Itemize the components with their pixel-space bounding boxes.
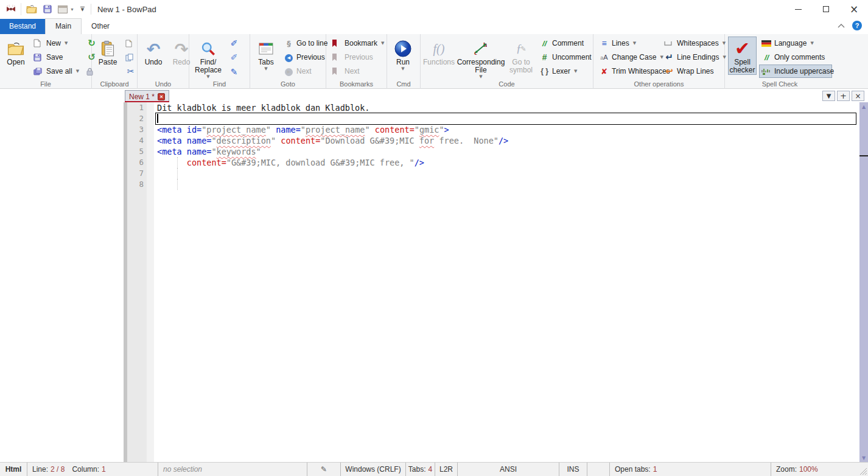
status-tab-width[interactable]: Tabs:4 [406, 463, 435, 476]
code-segment: for [419, 136, 434, 145]
status-selection[interactable]: no selection [158, 463, 307, 476]
close-button[interactable]: × [840, 0, 868, 18]
editor-area[interactable]: 1Dit kladblok is meer kladblok dan Kladb… [0, 102, 868, 462]
help-button[interactable]: ? [852, 21, 862, 30]
status-open-tabs[interactable]: Open tabs:1 [610, 463, 771, 476]
code-line[interactable]: 7 [0, 168, 868, 179]
vertical-scrollbar[interactable]: ▲ ▼ [859, 102, 868, 462]
go-to-symbol-button[interactable]: ƒ✎ Go to symbol [508, 37, 534, 75]
bookmark-icon [332, 40, 342, 47]
code-line[interactable]: 5<meta name="keywords" [0, 146, 868, 157]
code-line[interactable]: 2 [0, 113, 868, 124]
resize-grip[interactable] [859, 467, 867, 475]
code-text[interactable] [156, 179, 856, 190]
bookmark-previous-button[interactable]: Previous [329, 51, 387, 64]
status-eol-format[interactable]: Windows (CRLF) [341, 463, 406, 476]
code-segment: " [226, 158, 231, 167]
bookmark-button[interactable]: Bookmark▼ [329, 37, 387, 50]
tab-other[interactable]: Other [82, 19, 119, 34]
run-play-icon [394, 39, 411, 58]
corresponding-file-button[interactable]: ch Corresponding File ▼ [457, 37, 505, 80]
new-tab-button[interactable]: + [837, 91, 850, 101]
code-line[interactable]: 8 [0, 179, 868, 190]
tab-bestand[interactable]: Bestand [0, 19, 45, 34]
whitespaces-button[interactable]: Whitespaces▼ [662, 37, 729, 50]
qat-save-button[interactable] [43, 5, 52, 13]
qat-open-button[interactable] [26, 5, 37, 13]
save-button[interactable]: Save [31, 51, 82, 64]
ribbon-group-code: f() Functions ch Corresponding File ▼ ƒ✎… [421, 34, 593, 89]
code-text[interactable]: <meta id="project_name" name="project_na… [156, 124, 856, 135]
tab-list-button[interactable]: ▼ [822, 91, 835, 101]
copy-button[interactable] [123, 51, 138, 64]
title-bar[interactable]: ▼ ▼ New 1 - BowPad × [0, 0, 868, 18]
highlight-matches-button[interactable]: ✐ [226, 37, 242, 50]
goto-next-button[interactable]: ▶ Next [281, 65, 330, 78]
paste-button[interactable]: Paste [95, 37, 121, 67]
only-comments-button[interactable]: // Only comments [759, 51, 832, 64]
highlight-word-button[interactable]: ✐ [226, 51, 242, 64]
change-case-button[interactable]: aA Change Case▼ [597, 51, 659, 64]
status-zoom[interactable]: Zoom:100% [771, 463, 868, 476]
maximize-button[interactable] [812, 0, 840, 18]
include-uppercase-button[interactable]: Include uppercase [759, 65, 832, 78]
spell-checker-button[interactable]: ✔ Spell checker [728, 37, 757, 75]
clear-highlight-button[interactable]: ✐ [226, 65, 242, 78]
comment-icon: // [761, 54, 772, 61]
go-to-line-button[interactable]: § Go to line [281, 37, 330, 50]
uncomment-button[interactable]: # Uncomment [537, 51, 594, 64]
language-button[interactable]: Language▼ [759, 37, 832, 50]
status-line-column[interactable]: Line:2 / 8 Column:1 [27, 463, 158, 476]
lexer-button[interactable]: { } Lexer▼ [537, 65, 594, 78]
lines-button[interactable]: ≡ Lines▼ [597, 37, 659, 50]
tab-main[interactable]: Main [45, 18, 82, 34]
code-text[interactable] [156, 168, 856, 179]
undo-button[interactable]: ↶ Undo [141, 37, 166, 67]
style-pen-icon: ✎ [321, 466, 327, 473]
document-tab[interactable]: New 1 * × [125, 90, 169, 102]
status-lexer-style[interactable]: ✎ [307, 463, 341, 476]
find-replace-button[interactable]: Find/ Replace ▼ [192, 37, 224, 80]
tabs-button[interactable]: Tabs ▼ [253, 37, 279, 72]
wrap-lines-button[interactable]: ↩ Wrap Lines [662, 65, 729, 78]
tab-close-icon[interactable]: × [158, 93, 165, 100]
status-text-direction[interactable]: L2R [435, 463, 458, 476]
bookmark-next-button[interactable]: Next [329, 65, 387, 78]
open-button[interactable]: Open [3, 37, 29, 67]
scroll-down-icon[interactable]: ▼ [859, 453, 868, 462]
new-button[interactable]: New▼ [31, 37, 82, 50]
code-segment: content= [187, 158, 226, 167]
code-text-current-line[interactable] [156, 113, 856, 124]
status-insert-mode[interactable]: INS [559, 463, 587, 476]
code-line[interactable]: 6 content="G&#39;MIC, download G&#39;MIC… [0, 157, 868, 168]
collapse-ribbon-button[interactable] [838, 24, 845, 28]
code-text[interactable]: content="G&#39;MIC, download G&#39;MIC f… [156, 157, 856, 168]
code-line[interactable]: 3<meta id="project_name" name="project_n… [0, 124, 868, 135]
qat-tab-list-button[interactable]: ▼ [58, 5, 74, 13]
open-folder-icon [7, 39, 24, 58]
status-encoding[interactable]: ANSI [458, 463, 559, 476]
copy-html-button[interactable] [123, 37, 138, 50]
qat-customize-button[interactable]: ▼ [80, 7, 85, 12]
run-button[interactable]: Run ▼ [390, 37, 416, 72]
cut-button[interactable]: ✂ [123, 65, 138, 78]
code-line[interactable]: 1Dit kladblok is meer kladblok dan Kladb… [0, 102, 868, 113]
functions-button[interactable]: f() Functions [424, 37, 454, 67]
minimize-button[interactable] [784, 0, 812, 18]
code-text[interactable]: Dit kladblok is meer kladblok dan Kladbl… [156, 102, 856, 113]
goto-previous-button[interactable]: ◀ Previous [281, 51, 330, 64]
status-doc-type[interactable]: Html [0, 463, 27, 476]
trim-whitespaces-button[interactable]: ✘ Trim Whitespaces [597, 65, 659, 78]
code-line[interactable]: 4<meta name="description" content="Downl… [0, 135, 868, 146]
code-text[interactable]: <meta name="keywords" [156, 146, 856, 157]
line-number: 4 [127, 135, 144, 146]
line-endings-button[interactable]: ↵ Line Endings▼ [662, 51, 729, 64]
close-tab-button[interactable]: × [852, 91, 864, 101]
save-all-button[interactable]: Save all▼ [31, 65, 82, 78]
code-segment: /> [499, 136, 508, 145]
scroll-up-icon[interactable]: ▲ [859, 102, 868, 111]
editor-lines[interactable]: 1Dit kladblok is meer kladblok dan Kladb… [0, 102, 868, 190]
code-text[interactable]: <meta name="description" content="Downlo… [156, 135, 856, 146]
comment-button[interactable]: // Comment [537, 37, 594, 50]
bookmark-next-icon [332, 68, 342, 75]
